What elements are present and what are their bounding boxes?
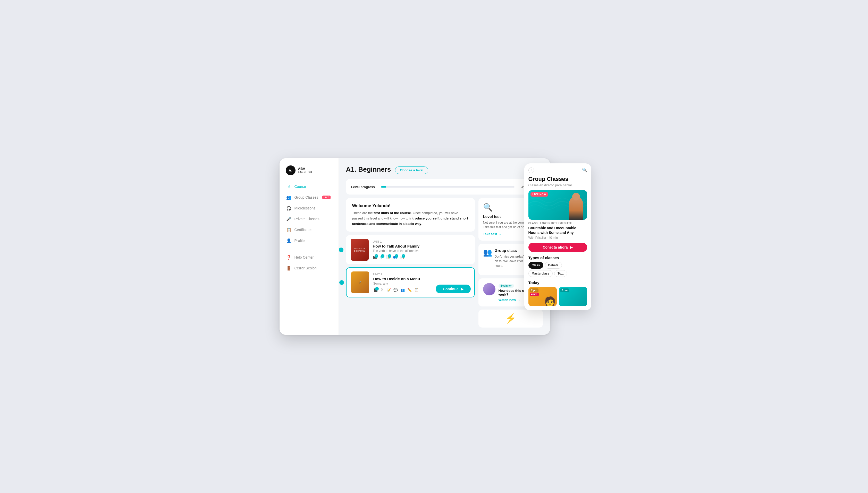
take-test-arrow: →	[498, 232, 502, 236]
today-card2-time: 2 pm	[560, 288, 569, 292]
rp-header: i 🔍	[528, 168, 587, 173]
teacher-img	[483, 283, 496, 295]
unit-icon-group: 👥 ✓	[393, 255, 397, 259]
private-classes-icon: 🎤	[286, 216, 291, 221]
welcome-text: These are the first units of the course.…	[352, 211, 469, 227]
unit2-icon-group: 👥	[400, 288, 405, 292]
sidebar-item-group-classes[interactable]: 👥 Group Classes LIVE	[283, 192, 336, 202]
featured-class-image: LIVE NOW	[528, 190, 587, 220]
check-notes: ✓	[388, 254, 391, 258]
unit-icon-mic: 🎙 ✓	[380, 255, 383, 259]
check-clip: ✓	[402, 254, 405, 258]
today-card-1[interactable]: 2 pm FREE 🧑	[528, 287, 557, 306]
unit1-name: How to Talk About Family	[373, 244, 470, 248]
sidebar-item-profile[interactable]: 👤 Profile	[283, 235, 336, 246]
unit1-indicator: ✓	[339, 248, 343, 252]
unit2-icon-clip: 📋	[414, 288, 419, 292]
unit-icon-clip: 📋 ✓	[400, 255, 404, 259]
unit2-icon-notes: 📝	[386, 288, 391, 292]
class-meta: CLASS · LOWER INTERMEDIATE	[528, 222, 587, 224]
group-class-icon: 👥	[483, 248, 492, 257]
continue-button[interactable]: Continue ▶	[436, 284, 471, 293]
unit2-name: How to Decide on a Menu	[373, 277, 470, 281]
unit1-subtitle: The verb to have in the affirmative	[373, 249, 470, 253]
type-tab-more[interactable]: To...	[554, 270, 567, 277]
microlessons-icon: 🎧	[286, 206, 291, 211]
unit-icon-notes: 📝 ✓	[386, 255, 390, 259]
right-panel: i 🔍 Group Classes Clases en directo para…	[524, 164, 591, 310]
today-card1-time: 2 pm	[530, 288, 539, 292]
today-section-title: Today →	[528, 280, 587, 285]
rp-title: Group Classes	[528, 176, 587, 183]
unit2-icon-pencil: ✏️	[407, 288, 412, 292]
unit1-info: UNIT 1 How to Talk About Family The verb…	[373, 240, 470, 259]
teacher-silhouette	[567, 194, 585, 220]
unit1-icons: 🎬 ✓ 🎙 ✓ 📝 ✓	[373, 255, 470, 259]
unit2-icon-video: 🎬 ✓	[373, 288, 378, 292]
type-tab-masterclass[interactable]: Masterclass	[528, 270, 553, 277]
choose-level-button[interactable]: Choose a level	[395, 167, 428, 174]
cerrar-sesion-icon: 🚪	[286, 265, 291, 271]
type-tab-debate[interactable]: Debate	[545, 262, 562, 269]
continue-arrow-icon: ▶	[461, 287, 464, 291]
nav-divider	[289, 249, 329, 249]
unit-card-1: ✓ THE HOTEL DOORMAN UNIT 1 How to Talk A…	[346, 235, 475, 264]
info-icon[interactable]: i	[528, 168, 534, 173]
unit2-number: UNIT 2	[373, 273, 470, 276]
logo-icon: A.	[286, 166, 296, 175]
unit2-indicator	[339, 280, 344, 285]
class-teacher: With Priscilla · 40 min	[528, 236, 587, 239]
type-tab-class[interactable]: Class	[528, 262, 543, 269]
types-title: Types of classes	[528, 256, 587, 260]
sidebar-item-private-classes[interactable]: 🎤 Private Classes	[283, 214, 336, 224]
unit2-icon-mic: 🎙	[380, 288, 384, 292]
today-free-badge: FREE	[530, 293, 539, 296]
check-mic: ✓	[381, 254, 384, 258]
main-content: A1. Beginners Choose a level Level progr…	[339, 158, 550, 335]
content-area: Welcome Yolanda! These are the first uni…	[346, 198, 543, 327]
help-center-icon: ❓	[286, 255, 291, 260]
group-classes-icon: 👥	[286, 195, 291, 200]
check-group: ✓	[395, 254, 398, 258]
live-badge: LIVE	[322, 196, 330, 199]
unit1-image: THE HOTEL DOORMAN	[351, 239, 369, 261]
sidebar-item-help-center[interactable]: ❓ Help Center	[283, 252, 336, 262]
page-title: A1. Beginners	[346, 166, 391, 173]
today-cards: 2 pm FREE 🧑 2 pm	[528, 287, 587, 306]
types-tabs: Class Debate Masterclass To...	[528, 262, 587, 277]
watch-now-arrow: →	[517, 298, 521, 302]
live-now-badge: LIVE NOW	[530, 192, 548, 197]
lightning-icon: ⚡	[505, 313, 516, 324]
sidebar-item-course[interactable]: 🖥 Course	[283, 181, 336, 192]
course-icon: 🖥	[286, 184, 291, 189]
unit-card-2: 🎤 UNIT 2 How to Decide on a Menu Some, a…	[346, 267, 475, 297]
sidebar-item-cerrar-sesion[interactable]: 🚪 Cerrar Sesion	[283, 263, 336, 273]
unit-icon-video: 🎬 ✓	[373, 255, 377, 259]
logo-area: A. ABA ENGLISH	[280, 166, 339, 181]
progress-bar	[381, 186, 514, 188]
main-nav: 🖥 Course 👥 Group Classes LIVE 🎧 Microles…	[280, 181, 339, 273]
today-card-2[interactable]: 2 pm	[559, 287, 587, 306]
sidebar-item-certificates[interactable]: 📋 Certificates	[283, 224, 336, 235]
certificates-icon: 📋	[286, 227, 291, 232]
progress-card: Level progress 4% A2	[346, 179, 543, 194]
welcome-card: Welcome Yolanda! These are the first uni…	[346, 198, 475, 232]
conecta-arrow-icon: ▶	[570, 245, 573, 249]
class-name: Countable and Uncountable Nouns with Som…	[528, 226, 587, 235]
check2-video: ✓	[375, 287, 379, 291]
units-list: ✓ THE HOTEL DOORMAN UNIT 1 How to Talk A…	[346, 235, 475, 297]
sidebar: A. ABA ENGLISH 🖥 Course 👥 Group Classes …	[280, 158, 339, 335]
search-icon[interactable]: 🔍	[582, 168, 587, 172]
check-video: ✓	[375, 254, 378, 258]
today-arrow-icon[interactable]: →	[583, 280, 587, 285]
title-row: A1. Beginners Choose a level	[346, 166, 543, 175]
lightning-card: ⚡	[479, 309, 543, 327]
welcome-title: Welcome Yolanda!	[352, 203, 469, 209]
sidebar-item-microlessons[interactable]: 🎧 Microlessons	[283, 203, 336, 213]
units-column: Welcome Yolanda! These are the first uni…	[346, 198, 475, 327]
beginner-badge: Beginner	[499, 284, 514, 288]
profile-icon: 👤	[286, 238, 291, 243]
rp-subtitle: Clases en directo para hablar	[528, 183, 587, 187]
conecta-ahora-button[interactable]: Conecta ahora ▶	[528, 243, 587, 252]
progress-bar-fill	[381, 186, 386, 188]
